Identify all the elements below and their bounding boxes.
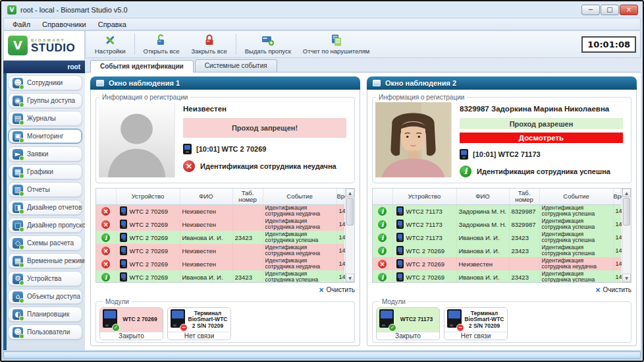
row-fio: Неизвестен [456,257,509,270]
sidebar-item[interactable]: ☻ Сотрудники [8,75,82,90]
maximize-button[interactable]: □ [601,5,619,15]
sidebar-item[interactable]: ▤ Журналы [8,111,82,126]
event-row[interactable]: WTC2 71173 Иванова И. И. 23423 Идентифик… [373,231,621,244]
scrollbar-thumb[interactable] [623,198,630,226]
menu-help[interactable]: Справка [92,20,132,28]
table-scrollbar[interactable]: ▲ ▼ [345,189,354,282]
sidebar-item[interactable]: ▢ Дизайнер пропусков [8,218,82,233]
open-all-button[interactable]: Открыть все [138,32,185,56]
col-fio[interactable]: ФИО [180,189,232,204]
sidebar-item[interactable]: ▣ Мониторинг [8,129,82,144]
sidebar-item-icon: ▣ [13,131,23,142]
sidebar-item[interactable]: ◇ Схемы расчета [8,235,82,251]
row-event: Идентификация сотрудника неудачна [263,257,336,270]
event-row[interactable]: WTC 2 70269 Неизвестен Идентификация сот… [373,257,621,270]
scrollbar-thumb[interactable] [346,198,354,226]
scroll-down-arrow[interactable]: ▼ [622,274,631,282]
col-device[interactable]: Устройство [392,189,456,204]
col-status[interactable] [373,189,392,204]
table-scrollbar[interactable]: ▲ ▼ [622,189,631,282]
sidebar-item[interactable]: ◉ Группы доступа [8,93,82,108]
col-device[interactable]: Устройство [116,189,180,204]
menu-file[interactable]: Файл [7,20,36,28]
sidebar-item[interactable]: ▦ Временные режимы [8,253,82,268]
inspect-button[interactable]: Досмотреть [460,133,623,143]
row-status-icon [378,247,387,255]
sidebar-item-icon: ◇ [13,238,23,249]
window-icon [373,80,381,86]
sidebar-item[interactable]: ▥ Отчеты [8,182,82,197]
event-row[interactable]: WTC 2 70269 Иванова И. И. 23423 Идентифи… [373,270,621,283]
event-row[interactable]: WTC2 71173 Задоркина М. Н. 8329987 Идент… [373,204,621,218]
tab-system-events[interactable]: Системные события [195,59,277,72]
module-device-icon [379,309,394,330]
row-device-icon [120,233,127,242]
issue-pass-button[interactable]: Выдать пропуск [240,32,296,56]
event-row[interactable]: WTC 2 70269 Неизвестен Идентификация сот… [96,218,344,231]
sidebar-item[interactable]: ⌂ Объекты доступа [8,289,82,304]
identification-status-text: Идентификация сотрудника неудачна [200,162,336,170]
registration-info-label: Информация о регистрации [376,94,467,101]
clear-events-link[interactable]: × Очистить [372,285,631,295]
col-time[interactable]: Время [336,189,344,204]
clear-x-icon: × [595,286,600,294]
sidebar-item[interactable]: ⚙ Устройства [8,271,82,286]
sidebar-item-label: Сотрудники [27,79,63,86]
sidebar-item[interactable]: ◐ Планировщик [8,307,82,322]
event-row[interactable]: WTC2 71173 Задоркина М. Н. 8329987 Идент… [373,218,621,231]
event-row[interactable]: WTC 2 70269 Иванова И. И. 23423 Идентифи… [96,270,344,283]
title-bar: V root - local - Biosmart Studio v5.0 − … [3,1,641,18]
events-table: Устройство ФИО Таб.номер Событие Время [95,188,355,283]
col-tab-number[interactable]: Таб.номер [509,189,539,204]
scroll-up-arrow[interactable]: ▲ [346,189,354,197]
row-device: WTC 2 70269 [130,260,169,268]
minimize-button[interactable]: − [581,5,600,15]
col-event[interactable]: Событие [539,189,613,204]
row-fio: Неизвестен [180,218,232,231]
sidebar-item[interactable]: ► Заявки [8,146,82,162]
row-status-icon [101,273,110,282]
person-photo-portrait [375,102,452,177]
toolbar-separator [236,34,236,55]
row-fio: Иванова И. И. [180,231,232,244]
menu-directories[interactable]: Справочники [36,20,92,28]
col-tab-number[interactable]: Таб.номер [232,189,263,204]
row-event: Идентификация сотрудника неудачна [263,204,336,218]
close-button[interactable]: × [620,5,638,15]
event-row[interactable]: WTC 2 70269 Неизвестен Идентификация сот… [96,257,344,270]
event-row[interactable]: WTC 2 70269 Неизвестен Идентификация сот… [96,204,344,218]
event-row[interactable]: WTC 2 70269 Неизвестен Идентификация сот… [96,244,344,257]
sidebar-item[interactable]: ▦ Графики [8,164,82,179]
row-status-icon [101,233,110,242]
row-device: WTC 2 70269 [406,260,445,268]
settings-button[interactable]: Настройки [90,32,131,56]
col-status[interactable] [96,189,116,204]
col-time[interactable]: Время [613,189,621,204]
event-row[interactable]: WTC 2 70269 Иванова И. И. 23423 Идентифи… [96,231,344,244]
row-time: 14.08.14 9:49 [613,270,621,283]
sidebar-item-label: Дизайнер пропусков [27,222,85,229]
scroll-up-arrow[interactable]: ▲ [622,189,631,197]
event-row[interactable]: WTC 2 70269 Иванова И. И. 23423 Идентифи… [373,244,621,257]
row-status-icon [378,220,387,229]
sidebar-item-icon: ► [13,149,23,160]
close-all-button[interactable]: Закрыть все [186,32,232,56]
tab-identification-events[interactable]: События идентификации [90,60,194,73]
row-fio: Неизвестен [180,204,232,218]
scroll-down-arrow[interactable]: ▼ [346,274,354,282]
row-tab-number [509,257,539,270]
identification-status-icon [183,160,195,172]
sidebar-item-icon: ▦ [13,167,23,177]
col-fio[interactable]: ФИО [456,189,509,204]
sidebar-item[interactable]: ☻ Пользователи [8,324,82,340]
sidebar-item[interactable]: ◨ Дизайнер отчетов [8,200,82,215]
brand-logo: V BIOSMART STUDIO [3,30,85,61]
panel-title: Окно наблюдения 2 [385,79,456,87]
panel-header: Окно наблюдения 2 [367,76,637,90]
observation-window-2: Окно наблюдения 2 Информация о регистрац… [367,76,637,346]
module-device-icon [171,309,185,330]
row-time: 14.08.14 9:53 [613,218,621,231]
clear-events-link[interactable]: × Очистить [95,285,355,295]
violators-report-button[interactable]: Отчет по нарушителям [298,32,375,56]
col-event[interactable]: Событие [263,189,336,204]
